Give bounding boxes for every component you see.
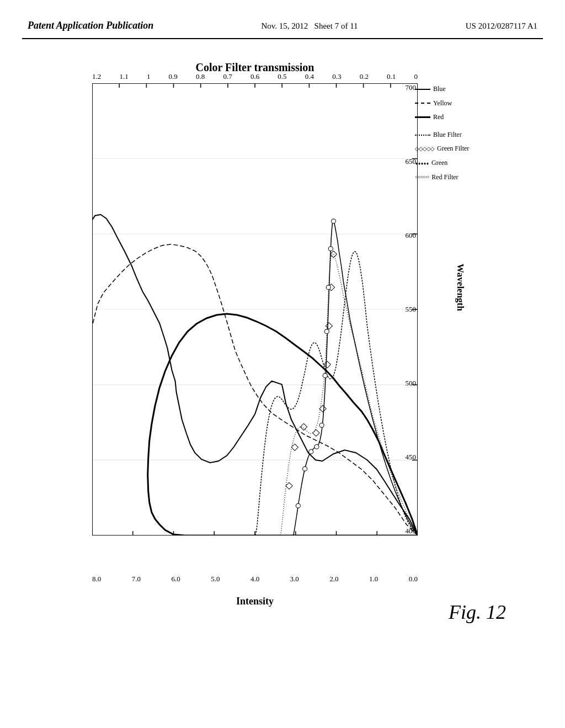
legend-line-blue (415, 89, 430, 90)
pub-date: Nov. 15, 2012 (261, 22, 308, 30)
legend-yellow: Yellow (415, 98, 511, 110)
svg-point-49 (328, 247, 333, 251)
figure-label: Fig. 12 (449, 601, 506, 624)
legend-label-blue-filter: Blue Filter (433, 129, 462, 141)
legend-blue: Blue (415, 83, 511, 95)
legend-red: Red (415, 111, 511, 124)
legend-section-filters: Blue Filter ◇◇◇◇◇ Green Filter ⬧⬧⬧⬧⬧ Gre… (415, 129, 511, 183)
chart-wrapper: Color Filter transmission 1.2 1.1 1 0.9 … (48, 56, 517, 635)
legend-label-red: Red (433, 111, 444, 124)
svg-point-51 (324, 329, 329, 334)
chart-legend: Blue Yellow Red Blue Filter (415, 83, 511, 185)
legend-label-red-filter: Red Filter (431, 172, 458, 184)
legend-sym-red-filter: ○○○○○ (415, 172, 429, 182)
svg-point-56 (302, 467, 307, 471)
legend-green: ⬧⬧⬧⬧⬧ Green (415, 157, 511, 169)
legend-red-filter: ○○○○○ Red Filter (415, 172, 511, 184)
legend-blue-filter: Blue Filter (415, 129, 511, 141)
svg-point-50 (326, 285, 331, 290)
svg-point-55 (309, 449, 313, 454)
chart-svg (92, 83, 418, 536)
legend-line-yellow (415, 103, 430, 104)
svg-point-53 (319, 423, 324, 427)
legend-line-blue-filter (415, 135, 430, 136)
intensity-axis-label: Intensity (92, 596, 418, 607)
sheet-info: Sheet 7 of 11 (315, 22, 358, 30)
legend-green-filter: ◇◇◇◇◇ Green Filter (415, 143, 511, 155)
figure-container: Color Filter transmission 1.2 1.1 1 0.9 … (22, 56, 543, 635)
legend-label-yellow: Yellow (433, 98, 452, 110)
page-container: Patent Application Publication Nov. 15, … (0, 0, 565, 728)
legend-label-green: Green (431, 157, 447, 169)
svg-point-57 (296, 504, 300, 508)
top-axis-labels: 1.2 1.1 1 0.9 0.8 0.7 0.6 0.5 0.4 0.3 0.… (92, 72, 418, 81)
legend-sym-green: ⬧⬧⬧⬧⬧ (415, 158, 429, 168)
page-header: Patent Application Publication Nov. 15, … (22, 11, 543, 39)
header-date-sheet: Nov. 15, 2012 Sheet 7 of 11 (261, 19, 358, 33)
svg-point-48 (331, 219, 335, 223)
legend-section-curves: Blue Yellow Red (415, 83, 511, 124)
bottom-axis-labels: 8.0 7.0 6.0 5.0 4.0 3.0 2.0 1.0 0.0 (92, 575, 418, 584)
svg-point-54 (315, 445, 319, 449)
wavelength-axis-label: Wavelength (455, 264, 466, 311)
legend-label-blue: Blue (433, 83, 446, 95)
legend-line-red (415, 116, 430, 118)
legend-sym-green-filter: ◇◇◇◇◇ (415, 144, 434, 154)
legend-label-green-filter: Green Filter (437, 143, 469, 155)
publication-title: Patent Application Publication (28, 19, 153, 32)
svg-point-52 (323, 373, 327, 378)
patent-number: US 2012/0287117 A1 (466, 19, 537, 33)
